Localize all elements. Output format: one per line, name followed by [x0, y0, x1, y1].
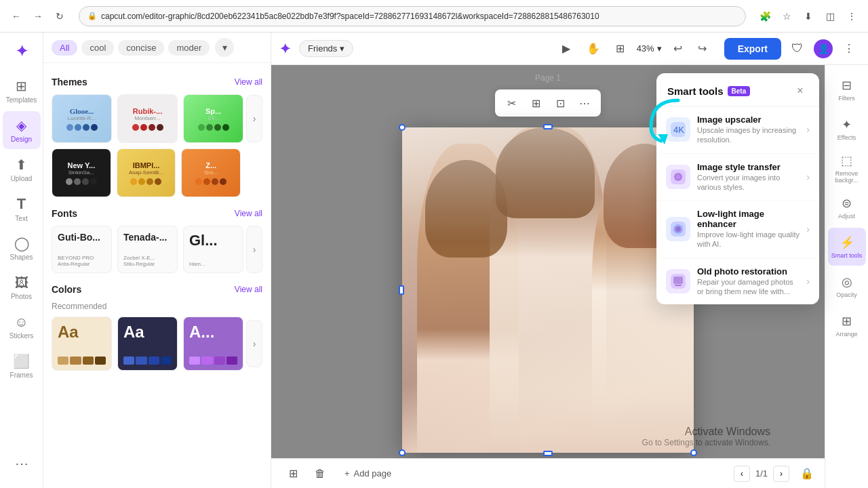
download-button[interactable]: ⬇	[799, 7, 818, 26]
redo-button[interactable]: ↪	[692, 38, 713, 60]
sidebar-item-photos[interactable]: 🖼 Photos	[3, 268, 41, 306]
colors-view-all[interactable]: View all	[235, 285, 262, 294]
right-tool-arrange[interactable]: ⊞ Arrange	[828, 306, 866, 344]
copy-tool-btn[interactable]: ⊡	[549, 92, 571, 114]
font-card-gl[interactable]: Gl... Ham...	[183, 226, 243, 273]
tab-all[interactable]: All	[52, 40, 77, 56]
svg-rect-9	[673, 277, 683, 284]
bottom-delete-btn[interactable]: 🗑	[309, 463, 331, 485]
smart-tools-close-btn[interactable]: ×	[792, 83, 808, 99]
group-tool-btn[interactable]: ⊞	[525, 92, 547, 114]
font-sub3: Zocbel X-E...	[123, 255, 172, 261]
theme-card-z[interactable]: Z... Gro...	[181, 148, 241, 197]
font-sub2: Anta-Regular	[58, 261, 106, 267]
recommended-label: Recommended	[52, 302, 262, 311]
right-tool-opacity[interactable]: ◎ Opacity	[828, 267, 866, 305]
address-bar[interactable]: 🔒 capcut.com/editor-graphic/8cd200eb6223…	[79, 6, 746, 26]
forward-button[interactable]: →	[28, 7, 47, 26]
sidebar-item-frames[interactable]: ⬜ Frames	[3, 347, 41, 385]
color-card-purple[interactable]: A...	[183, 317, 243, 371]
low-light-arrow: ›	[806, 224, 810, 235]
export-button[interactable]: Export	[724, 38, 781, 60]
bottom-frame-btn[interactable]: ⊞	[282, 463, 304, 485]
more-tool-btn[interactable]: ⋯	[574, 92, 595, 114]
more-menu-button[interactable]: ⋮	[842, 7, 861, 26]
theme-card-sp[interactable]: Sp... ZY...	[183, 94, 243, 143]
page-total: 1	[763, 468, 768, 479]
sidebar-item-templates[interactable]: ⊞ Templates	[3, 72, 41, 110]
sidebar-item-upload[interactable]: ⬆ Upload	[3, 150, 41, 188]
resize-handle-ml[interactable]	[399, 285, 404, 295]
color-aa-warm: Aa	[58, 323, 106, 342]
page-prev-btn[interactable]: ‹	[734, 466, 750, 482]
frame-select-btn[interactable]: ⊞	[610, 38, 631, 60]
themes-view-all[interactable]: View all	[235, 77, 262, 87]
profile-avatar[interactable]: 👤	[814, 39, 833, 58]
low-light-title: Low-light image enhancer	[697, 209, 800, 229]
resize-handle-bm[interactable]	[543, 451, 553, 456]
remove-bg-icon: ⬚	[841, 153, 852, 168]
color-card-warm[interactable]: Aa	[52, 317, 112, 371]
filters-icon: ⊟	[842, 78, 852, 93]
right-tool-remove-bg[interactable]: ⬚ Remove backgr...	[828, 149, 866, 187]
tab-concise[interactable]: concise	[118, 40, 164, 56]
right-tool-effects[interactable]: ✦ Effects	[828, 110, 866, 148]
right-tool-smart-tools[interactable]: ⚡ Smart tools	[828, 228, 866, 266]
theme-card-ibm[interactable]: IBMPl... Asap-SemiB...	[117, 148, 176, 197]
resize-handle-br[interactable]	[690, 449, 697, 456]
smart-tool-low-light[interactable]: Low-light image enhancer Improve low-lig…	[656, 201, 819, 258]
style-transfer-arrow: ›	[806, 171, 810, 182]
back-button[interactable]: ←	[7, 7, 26, 26]
app-menu-button[interactable]: ⋮	[838, 38, 860, 60]
sidebar-item-text[interactable]: T Text	[3, 190, 41, 228]
canvas-and-right: ✦ Friends ▾ ▶ ✋ ⊞ 43% ▾ ↩ ↪ Export 🛡 👤 ⋮	[271, 33, 868, 488]
crop-tool-btn[interactable]: ✂	[500, 92, 522, 114]
resize-handle-tm[interactable]	[543, 124, 553, 129]
smart-tools-header: Smart tools Beta ×	[656, 73, 819, 106]
color-card-dark[interactable]: Aa	[117, 317, 178, 371]
font-card-tenada[interactable]: Tenada-... Zocbel X-E... Stilu-Regular	[117, 226, 178, 273]
filter-tabs-bar: All cool concise moder ▾	[43, 33, 271, 63]
themes-row1-arrow[interactable]: ›	[246, 95, 262, 142]
theme-card-glooe[interactable]: Glooe... Lucette-R...	[52, 94, 112, 143]
pointer-tool-btn[interactable]: ▶	[555, 38, 577, 60]
resize-handle-tl[interactable]	[399, 124, 406, 131]
photo-restoration-desc: Repair your damaged photos or bring them…	[697, 277, 800, 297]
resize-handle-bl[interactable]	[399, 449, 406, 456]
browser-navigation: ← → ↻	[7, 7, 69, 26]
sidebar-toggle-button[interactable]: ◫	[821, 7, 840, 26]
themes-grid-1: Glooe... Lucette-R... Rubi	[52, 94, 243, 143]
fonts-arrow[interactable]: ›	[246, 226, 262, 273]
low-light-desc: Improve low-light image quality with AI.	[697, 230, 800, 249]
right-tool-adjust[interactable]: ⊜ Adjust	[828, 188, 866, 226]
smart-tool-image-upscaler[interactable]: 4K Image upscaler Upscale images by incr…	[656, 106, 819, 154]
bookmark-button[interactable]: ☆	[777, 7, 796, 26]
font-card-guti[interactable]: Guti-Bo... BEYOND PRO Anta-Regular	[52, 226, 112, 273]
sidebar-item-design[interactable]: ◈ Design	[3, 111, 41, 149]
smart-tool-style-transfer[interactable]: Image style transfer Convert your images…	[656, 154, 819, 201]
fonts-view-all[interactable]: View all	[235, 209, 262, 218]
theme-card-newy[interactable]: New Y... SinkinSa...	[52, 148, 111, 197]
sidebar-item-more[interactable]: ⋯	[3, 445, 41, 483]
zoom-dropdown-icon: ▾	[657, 43, 662, 54]
right-tool-filters[interactable]: ⊟ Filters	[828, 70, 866, 108]
tab-cool[interactable]: cool	[81, 40, 114, 56]
refresh-button[interactable]: ↻	[50, 7, 69, 26]
smart-tool-photo-restoration[interactable]: Old photo restoration Repair your damage…	[656, 258, 819, 305]
arrange-label: Arrange	[835, 331, 857, 338]
extensions-button[interactable]: 🧩	[755, 7, 774, 26]
tab-modern[interactable]: moder	[168, 40, 210, 56]
undo-button[interactable]: ↩	[667, 38, 689, 60]
sidebar-item-stickers[interactable]: ☺ Stickers	[3, 308, 41, 346]
hand-tool-btn[interactable]: ✋	[583, 38, 604, 60]
sidebar-item-shapes[interactable]: ◯ Shapes	[3, 229, 41, 267]
text-icon: T	[17, 195, 26, 213]
themes-section-header: Themes View all	[52, 77, 262, 87]
add-page-button[interactable]: + Add page	[336, 464, 399, 483]
colors-arrow[interactable]: ›	[246, 320, 262, 367]
theme-card-rubik[interactable]: Rubik-... Montserr...	[117, 94, 178, 143]
adjust-icon: ⊜	[842, 196, 852, 211]
friends-button[interactable]: Friends ▾	[299, 40, 353, 57]
page-next-btn[interactable]: ›	[773, 466, 789, 482]
filter-dropdown-btn[interactable]: ▾	[215, 38, 234, 57]
